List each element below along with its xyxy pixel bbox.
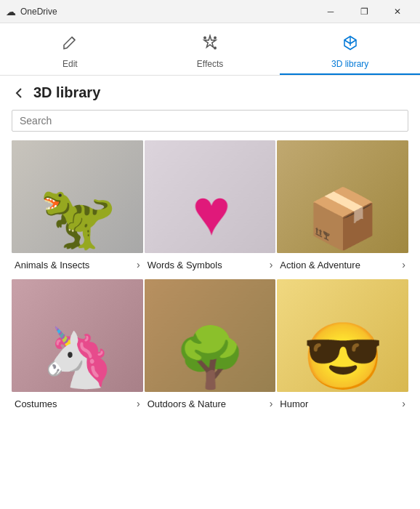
effects-icon — [201, 34, 219, 56]
page-title: 3D library — [33, 84, 100, 101]
category-words-label-row: Words & Symbols › — [145, 253, 276, 278]
category-humor-text: Humor — [280, 398, 308, 409]
category-outdoors-text: Outdoors & Nature — [148, 398, 226, 409]
category-humor[interactable]: Humor › — [277, 279, 408, 417]
category-costumes-label-row: Costumes › — [12, 392, 143, 417]
minimize-button[interactable]: ─ — [314, 0, 347, 23]
chevron-costumes: › — [137, 398, 140, 409]
category-action[interactable]: Action & Adventure › — [277, 140, 408, 278]
chevron-humor: › — [402, 398, 405, 409]
tab-effects-label: Effects — [197, 59, 223, 69]
svg-point-2 — [203, 36, 206, 39]
titlebar: ☁ OneDrive ─ ❐ ✕ — [0, 0, 420, 23]
category-words-image — [145, 140, 276, 253]
page-header: 3D library — [0, 76, 420, 110]
app-title: OneDrive — [20, 7, 57, 17]
category-grid: Animals & Insects › Words & Symbols › Ac… — [0, 140, 420, 417]
tree-canvas — [145, 279, 276, 392]
category-animals-image — [12, 140, 143, 253]
category-outdoors-label-row: Outdoors & Nature › — [145, 392, 276, 417]
back-button[interactable] — [12, 86, 26, 100]
category-action-label-row: Action & Adventure › — [277, 253, 408, 278]
toolbar: Edit Effects 3D library — [0, 23, 420, 76]
category-costumes[interactable]: Costumes › — [12, 279, 143, 417]
unicorn-canvas — [12, 279, 143, 392]
onedrive-icon: ☁ — [6, 6, 16, 17]
chest-canvas — [277, 140, 408, 253]
emoji-canvas — [277, 279, 408, 392]
category-words[interactable]: Words & Symbols › — [145, 140, 276, 278]
edit-icon — [61, 34, 78, 56]
category-outdoors-image — [145, 279, 276, 392]
chevron-words: › — [270, 259, 273, 270]
tab-edit-label: Edit — [62, 59, 78, 69]
category-costumes-image — [12, 279, 143, 392]
category-animals[interactable]: Animals & Insects › — [12, 140, 143, 278]
chevron-animals: › — [137, 259, 140, 270]
chevron-action: › — [402, 259, 405, 270]
tab-3dlibrary-label: 3D library — [331, 59, 368, 69]
category-costumes-text: Costumes — [15, 398, 57, 409]
3dlibrary-icon — [342, 34, 359, 56]
category-words-text: Words & Symbols — [148, 260, 222, 270]
close-button[interactable]: ✕ — [381, 0, 414, 23]
heart-canvas — [145, 140, 276, 253]
search-input[interactable] — [20, 115, 400, 127]
chevron-outdoors: › — [270, 398, 273, 409]
category-action-text: Action & Adventure — [280, 260, 360, 270]
category-humor-label-row: Humor › — [277, 392, 408, 417]
window-controls: ─ ❐ ✕ — [314, 0, 414, 23]
tab-effects[interactable]: Effects — [140, 23, 280, 75]
svg-point-1 — [214, 36, 217, 39]
search-bar[interactable] — [12, 110, 408, 132]
maximize-button[interactable]: ❐ — [347, 0, 381, 23]
tab-3dlibrary[interactable]: 3D library — [280, 23, 420, 75]
category-humor-image — [277, 279, 408, 392]
category-action-image — [277, 140, 408, 253]
svg-point-3 — [214, 47, 217, 49]
category-animals-text: Animals & Insects — [15, 260, 89, 270]
titlebar-info: ☁ OneDrive — [6, 6, 57, 17]
tab-edit[interactable]: Edit — [0, 23, 140, 75]
category-animals-label-row: Animals & Insects › — [12, 253, 143, 278]
category-outdoors[interactable]: Outdoors & Nature › — [145, 279, 276, 417]
dino-canvas — [12, 140, 143, 253]
